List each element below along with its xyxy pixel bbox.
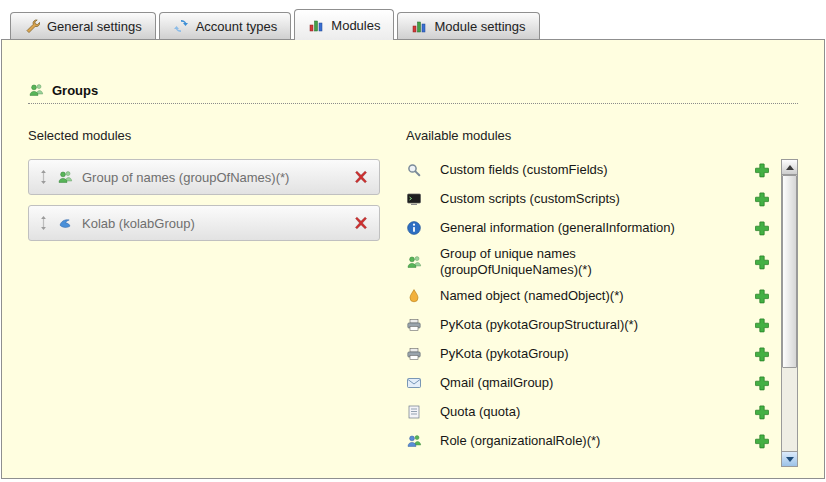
available-module-label: Quota (quota) — [440, 404, 520, 420]
scroll-up-button[interactable] — [782, 160, 797, 175]
custom-scripts-icon — [406, 191, 422, 207]
add-module-icon[interactable] — [754, 346, 770, 362]
group-icon — [406, 254, 422, 270]
available-module-row: Quota (quota) — [406, 401, 781, 422]
available-module-row: PyKota (pykotaGroupStructural)(*) — [406, 314, 781, 335]
scrollbar-thumb[interactable] — [782, 175, 797, 368]
lam-configuration-page: General settings Account types Modules M… — [0, 0, 826, 482]
available-module-label: PyKota (pykotaGroup) — [440, 346, 569, 362]
available-module-row: Qmail (qmailGroup) — [406, 372, 781, 393]
selected-module-label: Kolab (kolabGroup) — [82, 216, 353, 231]
tab-label: Module settings — [434, 19, 525, 34]
section-title: Groups — [52, 83, 98, 98]
custom-fields-icon — [406, 162, 422, 178]
tab-account-types[interactable]: Account types — [159, 12, 292, 39]
add-module-icon[interactable] — [754, 220, 770, 236]
available-module-row: Group of unique names (groupOfUniqueName… — [406, 246, 781, 277]
tab-module-settings[interactable]: Module settings — [397, 12, 539, 39]
add-module-icon[interactable] — [754, 433, 770, 449]
tab-bar: General settings Account types Modules M… — [0, 0, 826, 39]
named-object-icon — [406, 288, 422, 304]
tab-label: General settings — [47, 19, 142, 34]
tab-modules[interactable]: Modules — [294, 9, 394, 40]
available-module-label: Group of unique names (groupOfUniqueName… — [440, 246, 690, 277]
modules-chart-icon — [411, 18, 427, 34]
wrench-icon — [24, 18, 40, 34]
groups-section-header: Groups — [28, 82, 798, 104]
info-icon — [406, 220, 422, 236]
available-module-row: Role (organizationalRole)(*) — [406, 430, 781, 451]
add-module-icon[interactable] — [754, 317, 770, 333]
group-icon — [28, 82, 44, 98]
drag-handle-icon[interactable] — [39, 215, 48, 231]
add-module-icon[interactable] — [754, 254, 770, 270]
selected-module-label: Group of names (groupOfNames)(*) — [82, 170, 353, 185]
drag-handle-icon[interactable] — [39, 169, 48, 185]
available-module-label: PyKota (pykotaGroupStructural)(*) — [440, 317, 638, 333]
available-module-label: Custom fields (customFields) — [440, 162, 608, 178]
add-module-icon[interactable] — [754, 191, 770, 207]
available-module-row: Custom scripts (customScripts) — [406, 188, 781, 209]
add-module-icon[interactable] — [754, 375, 770, 391]
scrollbar[interactable] — [781, 159, 798, 467]
tab-general-settings[interactable]: General settings — [10, 12, 156, 39]
printer-icon — [406, 346, 422, 362]
remove-module-icon[interactable] — [353, 215, 369, 231]
available-module-label: Role (organizationalRole)(*) — [440, 433, 600, 449]
selected-modules-list: Group of names (groupOfNames)(*) Kolab (… — [28, 159, 380, 241]
available-modules-wrap: Custom fields (customFields) Custom scri… — [406, 159, 798, 467]
available-module-label: General information (generalInformation) — [440, 220, 675, 236]
selected-module-row: Kolab (kolabGroup) — [28, 205, 380, 241]
available-module-label: Qmail (qmailGroup) — [440, 375, 553, 391]
add-module-icon[interactable] — [754, 162, 770, 178]
selected-modules-column: Selected modules Group of names (groupOf… — [28, 128, 380, 467]
tab-label: Account types — [196, 19, 278, 34]
refresh-gear-icon — [173, 18, 189, 34]
available-modules-column: Available modules Custom fields (customF… — [406, 128, 798, 467]
modules-tab-panel: Groups Selected modules Group of names (… — [1, 39, 825, 479]
available-module-row: General information (generalInformation) — [406, 217, 781, 238]
role-icon — [406, 433, 422, 449]
add-module-icon[interactable] — [754, 404, 770, 420]
selected-module-row: Group of names (groupOfNames)(*) — [28, 159, 380, 195]
scrollbar-track[interactable] — [782, 175, 797, 451]
available-module-row: Custom fields (customFields) — [406, 159, 781, 180]
available-modules-heading: Available modules — [406, 128, 798, 143]
available-module-label: Custom scripts (customScripts) — [440, 191, 620, 207]
mail-icon — [406, 375, 422, 391]
available-module-row: PyKota (pykotaGroup) — [406, 343, 781, 364]
scroll-down-button[interactable] — [782, 451, 797, 466]
scroll-down-arrow-icon — [786, 457, 794, 462]
modules-chart-icon — [308, 17, 324, 33]
kolab-icon — [57, 215, 73, 231]
available-module-row: Named object (namedObject)(*) — [406, 285, 781, 306]
module-columns: Selected modules Group of names (groupOf… — [28, 128, 798, 467]
available-modules-list: Custom fields (customFields) Custom scri… — [406, 159, 781, 459]
add-module-icon[interactable] — [754, 288, 770, 304]
tab-label: Modules — [331, 18, 380, 33]
selected-modules-heading: Selected modules — [28, 128, 380, 143]
remove-module-icon[interactable] — [353, 169, 369, 185]
quota-icon — [406, 404, 422, 420]
printer-icon — [406, 317, 422, 333]
group-icon — [57, 169, 73, 185]
scroll-up-arrow-icon — [786, 165, 794, 170]
available-module-label: Named object (namedObject)(*) — [440, 288, 624, 304]
